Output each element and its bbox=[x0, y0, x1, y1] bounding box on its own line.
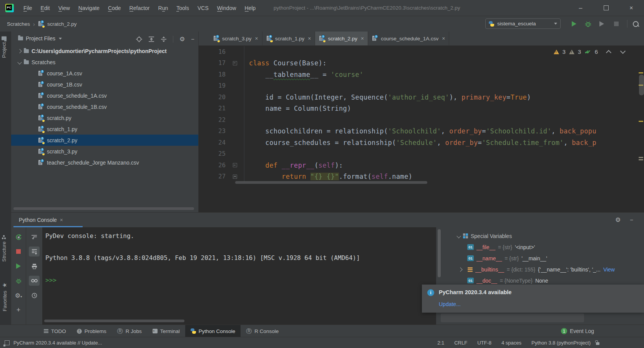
restore-layout-icon[interactable] bbox=[5, 340, 10, 345]
expand-all-button[interactable] bbox=[148, 36, 154, 42]
breadcrumb-item[interactable]: scratch_2.py bbox=[47, 21, 77, 27]
show-variables-button[interactable] bbox=[29, 276, 40, 286]
status-message[interactable]: PyCharm 2020.3.4 available // Update... bbox=[13, 340, 102, 346]
tool-button-structure[interactable]: Structure bbox=[1, 235, 7, 262]
tool-window-button-problems[interactable]: !Problems bbox=[71, 325, 112, 337]
fold-marker-icon[interactable] bbox=[233, 175, 237, 179]
search-everywhere-button[interactable] bbox=[631, 19, 640, 28]
console-horizontal-scrollbar[interactable] bbox=[44, 320, 184, 322]
status-encoding[interactable]: UTF-8 bbox=[477, 340, 491, 346]
editor-tab-scratch-2-py[interactable]: scratch_2.py× bbox=[315, 32, 368, 45]
code-line[interactable]: 23 schoolchildren = relationship('School… bbox=[199, 126, 637, 137]
update-notification[interactable]: i PyCharm 2020.3.4 available Update... bbox=[422, 285, 644, 313]
tool-window-button-terminal[interactable]: >Terminal bbox=[147, 325, 185, 337]
chevron-right-icon[interactable] bbox=[458, 267, 462, 271]
variable-row[interactable]: 01__name__= {str}'__main__' bbox=[443, 253, 644, 264]
run-button[interactable] bbox=[569, 19, 579, 28]
tool-window-button-python-console[interactable]: Python Console bbox=[185, 325, 241, 337]
tree-file-scratch-py[interactable]: scratch.py bbox=[11, 112, 198, 123]
console-tab[interactable]: Python Console × bbox=[15, 213, 67, 227]
close-button[interactable]: × bbox=[619, 0, 644, 16]
tree-file-course-schedule-1b-csv[interactable]: course_schedule_1B.csv bbox=[11, 101, 198, 112]
tree-file-teacher-schedule-jorge-manzano-csv[interactable]: teacher_schedule_Jorge Manzano.csv bbox=[11, 157, 198, 168]
vertical-scrollbar[interactable] bbox=[438, 229, 441, 277]
close-icon[interactable]: × bbox=[442, 35, 445, 42]
variables-header-row[interactable]: Special Variables bbox=[443, 230, 644, 241]
menu-view[interactable]: View bbox=[55, 3, 73, 13]
code-line[interactable]: 21 name = Column(String) bbox=[199, 103, 637, 115]
history-button[interactable] bbox=[29, 290, 40, 300]
status-caret-position[interactable]: 2:1 bbox=[437, 340, 444, 346]
close-icon[interactable]: × bbox=[361, 35, 364, 42]
fold-marker-icon[interactable] bbox=[233, 61, 237, 65]
code-line[interactable]: 26 def __repr__(self): bbox=[199, 160, 637, 171]
editor-horizontal-scrollbar[interactable] bbox=[235, 181, 427, 184]
locate-button[interactable] bbox=[136, 36, 142, 42]
tree-file-scratch-1-py[interactable]: scratch_1.py bbox=[11, 123, 198, 135]
menu-vcs[interactable]: VCS bbox=[194, 3, 212, 13]
attach-debugger-button[interactable] bbox=[13, 276, 24, 286]
stripe-warning-mark[interactable] bbox=[639, 72, 643, 73]
console-settings-button[interactable]: ⚙▾ bbox=[13, 290, 24, 300]
code-line[interactable]: 18 __tablename__ = 'course' bbox=[199, 69, 637, 80]
console-output[interactable]: PyDev console: starting.Python 3.8.8 (ta… bbox=[42, 227, 447, 325]
status-indent-style[interactable]: 4 spaces bbox=[501, 340, 521, 346]
code-line[interactable]: 24 course_schedules = relationship('Sche… bbox=[199, 137, 637, 148]
variable-row[interactable]: __builtins__= {dict: 155}{'__name__': 'b… bbox=[443, 264, 644, 275]
print-button[interactable] bbox=[29, 261, 40, 271]
settings-icon[interactable]: ⚙ bbox=[179, 35, 185, 43]
tool-window-button-r-jobs[interactable]: ⓇR Jobs bbox=[112, 325, 147, 337]
event-log-button[interactable]: 1 Event Log bbox=[561, 325, 644, 337]
close-icon[interactable]: × bbox=[255, 35, 258, 42]
tool-button-project[interactable]: Project bbox=[1, 36, 7, 58]
tool-window-button-r-console[interactable]: ⓇR Console bbox=[241, 325, 284, 337]
menu-file[interactable]: File bbox=[20, 3, 36, 13]
editor-tab-scratch-3-py[interactable]: scratch_3.py× bbox=[209, 32, 262, 45]
menu-navigate[interactable]: Navigate bbox=[75, 3, 103, 13]
tree-folder-scratches[interactable]: Scratches bbox=[11, 57, 198, 68]
menu-window[interactable]: Window bbox=[214, 3, 240, 13]
stripe-warning-mark[interactable] bbox=[639, 121, 643, 122]
soft-wrap-button[interactable] bbox=[29, 232, 40, 242]
code-line[interactable]: 25 bbox=[199, 148, 637, 160]
execute-button[interactable] bbox=[13, 261, 24, 271]
stripe-weak-mark[interactable] bbox=[639, 159, 643, 160]
debug-button[interactable] bbox=[583, 19, 593, 28]
settings-icon[interactable]: ⚙ bbox=[615, 216, 621, 223]
status-python-interpreter[interactable]: Python 3.8 (pythonProject) bbox=[531, 340, 591, 346]
tree-file-course-1a-csv[interactable]: course_1A.csv bbox=[11, 68, 198, 79]
close-icon[interactable]: × bbox=[308, 35, 311, 42]
new-console-button[interactable]: + bbox=[13, 305, 24, 315]
status-line-endings[interactable]: CRLF bbox=[454, 340, 467, 346]
hide-panel-button[interactable]: − bbox=[630, 216, 633, 223]
close-icon[interactable]: × bbox=[60, 217, 63, 223]
stop-console-button[interactable] bbox=[13, 246, 24, 256]
variable-row[interactable]: 01__file__= {str}'<input>' bbox=[443, 241, 644, 253]
tool-window-button-todo[interactable]: TODO bbox=[38, 325, 71, 337]
menu-edit[interactable]: Edit bbox=[37, 3, 53, 13]
tree-file-course-1b-csv[interactable]: course_1B.csv bbox=[11, 79, 198, 90]
horizontal-scrollbar[interactable] bbox=[13, 207, 194, 210]
code-line[interactable]: 17class Course(Base): bbox=[199, 58, 637, 69]
code-view[interactable]: 1617class Course(Base):18 __tablename__ … bbox=[199, 46, 637, 182]
tree-file-scratch-2-py[interactable]: scratch_2.py bbox=[11, 135, 198, 146]
code-line[interactable]: 19 bbox=[199, 80, 637, 92]
maximize-button[interactable] bbox=[593, 0, 619, 16]
editor-tab-course-schedule-1a-csv[interactable]: course_schedule_1A.csv× bbox=[368, 32, 449, 45]
unlock-icon[interactable] bbox=[596, 342, 599, 345]
hide-panel-button[interactable]: − bbox=[191, 36, 194, 42]
menu-code[interactable]: Code bbox=[105, 3, 124, 13]
tree-file-course-schedule-1a-csv[interactable]: course_schedule_1A.csv bbox=[11, 90, 198, 101]
menu-help[interactable]: Help bbox=[241, 3, 259, 13]
tree-root-row[interactable]: C:\Users\gdumortier\PycharmProjects\pyth… bbox=[11, 45, 198, 57]
minimize-button[interactable]: – bbox=[568, 0, 593, 16]
view-link[interactable]: View bbox=[603, 266, 615, 273]
editor-tab-scratch-1-py[interactable]: scratch_1.py× bbox=[262, 32, 315, 45]
code-line[interactable]: 22 bbox=[199, 114, 637, 126]
fold-marker-icon[interactable] bbox=[233, 163, 237, 167]
tree-file-scratch-3-py[interactable]: scratch_3.py bbox=[11, 146, 198, 157]
stop-button[interactable] bbox=[612, 19, 621, 28]
breadcrumb-item[interactable]: Scratches bbox=[7, 21, 30, 27]
code-line[interactable]: 27 return "{} {}".format(self.name) bbox=[199, 171, 637, 183]
collapse-all-button[interactable] bbox=[161, 36, 167, 42]
